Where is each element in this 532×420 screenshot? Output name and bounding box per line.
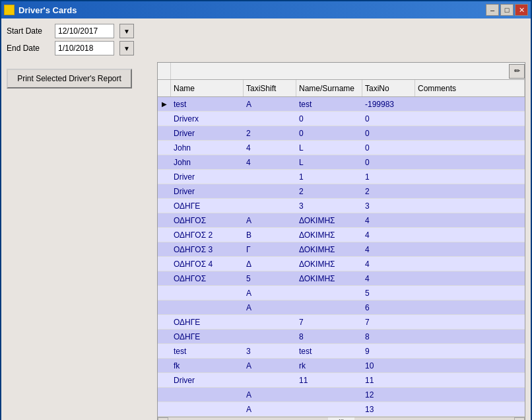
start-date-row: Start Date ▼ bbox=[7, 24, 525, 38]
cell-namesurname: 7 bbox=[296, 318, 362, 327]
cell-taxino: 13 bbox=[362, 405, 415, 414]
cell-namesurname: 8 bbox=[296, 332, 362, 341]
cell-namesurname: 1 bbox=[296, 172, 362, 182]
col-header-taxishift: TaxiShift bbox=[244, 80, 296, 96]
table-header: Name TaxiShift Name/Surname TaxiNo Comme… bbox=[158, 80, 525, 97]
table-row[interactable]: Driver 2 0 0 bbox=[158, 126, 525, 141]
table-row[interactable]: John 4 L 0 bbox=[158, 141, 525, 155]
pencil-icon: ✏ bbox=[514, 67, 520, 75]
cell-taxino: 4 bbox=[362, 230, 415, 240]
end-date-calendar-button[interactable]: ▼ bbox=[119, 41, 134, 55]
title-buttons: – □ ✕ bbox=[486, 4, 528, 16]
start-date-input[interactable] bbox=[55, 24, 114, 38]
cell-taxishift: A bbox=[244, 361, 296, 370]
cell-taxino: 11 bbox=[362, 376, 415, 385]
cell-taxino: 10 bbox=[362, 361, 415, 370]
cell-namesurname: ΔΟΚΙΜΗΣ bbox=[296, 230, 362, 240]
edit-toolbar-button[interactable]: ✏ bbox=[509, 64, 525, 79]
print-selected-driver-report-button[interactable]: Print Selected Driver's Report bbox=[7, 69, 132, 88]
cell-name: test bbox=[171, 347, 244, 356]
cell-name: ΟΔΗΓΕ bbox=[171, 332, 244, 341]
table-row[interactable]: test 3 test 9 bbox=[158, 344, 525, 359]
table-row[interactable]: ΟΔΗΓΕ 3 3 bbox=[158, 199, 525, 213]
cell-taxishift: A bbox=[244, 405, 296, 414]
table-row[interactable]: fk A rk 10 bbox=[158, 359, 525, 373]
hscroll-track-2[interactable] bbox=[354, 417, 514, 420]
cell-namesurname: 3 bbox=[296, 201, 362, 211]
maximize-button[interactable]: □ bbox=[500, 4, 514, 16]
table-row[interactable]: Driver 2 2 bbox=[158, 184, 525, 199]
table-row[interactable]: ΟΔΗΓΟΣ 4 Δ ΔΟΚΙΜΗΣ 4 bbox=[158, 257, 525, 271]
table-row[interactable]: ΟΔΗΓΕ 8 8 bbox=[158, 330, 525, 344]
cell-namesurname: L bbox=[296, 158, 362, 167]
table-row[interactable]: Driver 1 1 bbox=[158, 170, 525, 184]
hscroll-left-button[interactable]: ◄ bbox=[158, 417, 168, 421]
end-date-row: End Date ▼ bbox=[7, 41, 525, 55]
cell-name: ΟΔΗΓΟΣ 4 bbox=[171, 260, 244, 269]
main-window: Driver's Cards – □ ✕ Start Date ▼ End Da… bbox=[0, 0, 532, 420]
cell-name: John bbox=[171, 143, 244, 153]
cell-name: test bbox=[171, 100, 244, 109]
cell-taxishift: A bbox=[244, 303, 296, 312]
cell-namesurname: 0 bbox=[296, 114, 362, 123]
cell-taxino: 4 bbox=[362, 245, 415, 254]
cell-taxino: 0 bbox=[362, 129, 415, 138]
table-row[interactable]: Driver 11 11 bbox=[158, 373, 525, 388]
cell-namesurname: ΔΟΚΙΜΗΣ bbox=[296, 245, 362, 254]
hscroll-right-button[interactable]: ► bbox=[514, 417, 525, 421]
table-row[interactable]: ΟΔΗΓΟΣ Α ΔΟΚΙΜΗΣ 4 bbox=[158, 213, 525, 228]
cell-namesurname: ΔΟΚΙΜΗΣ bbox=[296, 260, 362, 269]
horizontal-scrollbar[interactable]: ◄ ||| ► bbox=[158, 417, 525, 420]
cell-name: John bbox=[171, 158, 244, 167]
table-row[interactable]: A 5 bbox=[158, 286, 525, 300]
cell-name: fk bbox=[171, 361, 244, 370]
cell-taxishift: 4 bbox=[244, 143, 296, 153]
col-header-name: Name bbox=[171, 80, 244, 96]
table-row[interactable]: John 4 L 0 bbox=[158, 155, 525, 170]
cell-taxishift: 3 bbox=[244, 347, 296, 356]
table-row[interactable]: A 6 bbox=[158, 300, 525, 315]
calendar-icon: ▼ bbox=[123, 28, 130, 35]
title-bar-left: Driver's Cards bbox=[4, 5, 77, 15]
table-row[interactable]: A 13 bbox=[158, 402, 525, 417]
left-panel: Print Selected Driver's Report bbox=[7, 62, 152, 420]
cell-taxishift: Α bbox=[244, 216, 296, 225]
cell-taxino: 0 bbox=[362, 158, 415, 167]
table-row[interactable]: A 12 bbox=[158, 388, 525, 402]
cell-taxishift: A bbox=[244, 289, 296, 298]
row-arrow-indicator: ▶ bbox=[158, 100, 171, 108]
end-date-input[interactable] bbox=[55, 41, 114, 55]
table-row[interactable]: ΟΔΗΓΟΣ 3 Γ ΔΟΚΙΜΗΣ 4 bbox=[158, 242, 525, 257]
table-row[interactable]: ΟΔΗΓΟΣ 2 Β ΔΟΚΙΜΗΣ 4 bbox=[158, 228, 525, 242]
table-row[interactable]: ▶ test A test -199983 bbox=[158, 97, 525, 112]
cell-taxishift: A bbox=[244, 100, 296, 109]
close-window-button[interactable]: ✕ bbox=[515, 4, 528, 16]
table-row[interactable]: Driverx 0 0 bbox=[158, 112, 525, 126]
cell-name: Driverx bbox=[171, 114, 244, 123]
table-scroll-area[interactable]: ▶ test A test -199983 Driverx 0 0 Driver… bbox=[158, 97, 525, 417]
minimize-button[interactable]: – bbox=[486, 4, 499, 16]
hscroll-track[interactable] bbox=[168, 417, 328, 420]
cell-name: Driver bbox=[171, 172, 244, 182]
table-row[interactable]: ΟΔΗΓΕ 7 7 bbox=[158, 315, 525, 330]
cell-name: ΟΔΗΓΕ bbox=[171, 318, 244, 327]
cell-taxino: 8 bbox=[362, 332, 415, 341]
cell-taxino: 4 bbox=[362, 260, 415, 269]
cell-namesurname: 2 bbox=[296, 187, 362, 196]
title-bar: Driver's Cards – □ ✕ bbox=[1, 1, 531, 18]
app-icon bbox=[4, 5, 15, 15]
cell-taxishift: A bbox=[244, 390, 296, 400]
cell-taxishift: 5 bbox=[244, 274, 296, 283]
main-area: Print Selected Driver's Report ✏ Name bbox=[7, 62, 525, 420]
cell-namesurname: ΔΟΚΙΜΗΣ bbox=[296, 216, 362, 225]
cell-namesurname: test bbox=[296, 100, 362, 109]
start-date-label: Start Date bbox=[7, 26, 50, 36]
cell-namesurname: rk bbox=[296, 361, 362, 370]
cell-taxino: 2 bbox=[362, 187, 415, 196]
window-title: Driver's Cards bbox=[18, 5, 77, 15]
cell-taxino: 0 bbox=[362, 143, 415, 153]
cell-taxino: 9 bbox=[362, 347, 415, 356]
start-date-calendar-button[interactable]: ▼ bbox=[119, 24, 134, 38]
table-row[interactable]: ΟΔΗΓΟΣ 5 ΔΟΚΙΜΗΣ 4 bbox=[158, 271, 525, 286]
cell-namesurname: 11 bbox=[296, 376, 362, 385]
